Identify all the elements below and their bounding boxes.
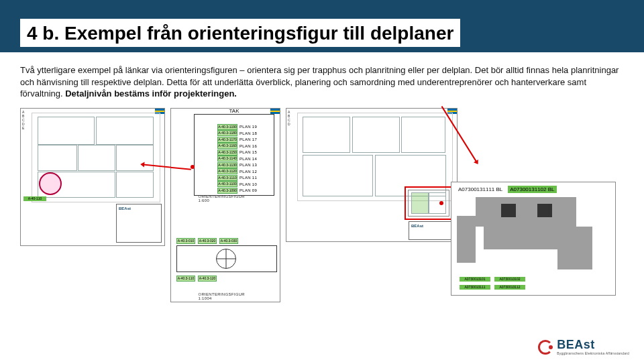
link-tag[interactable]: A-40.3-020 [198,238,217,244]
link-tag[interactable]: A-40.3-110 [176,276,195,282]
panel-orientation-section: TAK A-40.3-1190PLAN 19A-40.3-1180PLAN 18… [170,108,280,302]
delplan-drawing: A0730013101 A0730013102 A0730013111 A073… [457,197,610,290]
link-tag[interactable]: A0730013111 [460,285,490,290]
arrow-origin-dot [191,165,195,169]
titleblock-logo: BEAst [411,224,423,228]
plan-link-row[interactable]: A-40.3-1130PLAN 13 [217,162,264,169]
plan-link-row[interactable]: A-40.3-1140PLAN 14 [217,156,264,162]
plan-link-row[interactable]: A-40.3-1090PLAN 09 [217,188,264,194]
figure-row: ABCDE A-40-110 BEAst TAK A-40.3-1190PLAN [20,108,624,302]
section-outline: TAK A-40.3-1190PLAN 19A-40.3-1180PLAN 18… [194,114,274,196]
plan-link-row[interactable]: A-40.3-1160PLAN 16 [217,143,264,149]
delplan-id-highlight[interactable]: A07300131102 BL [508,186,556,193]
orientation-caption: ORIENTERINGSFIGUR 1:600 [199,194,253,202]
slide-body: Två ytterligare exempel på länkar via or… [0,52,644,302]
delplan-id-left: A07300131111 BL A07300131102 BL [458,186,557,192]
plan-link-row[interactable]: A-40.3-1150PLAN 15 [217,149,264,156]
flag-icon [270,109,280,114]
link-tag[interactable]: A-40.3-120 [198,276,217,282]
plan-link-row[interactable]: A-40.3-1180PLAN 18 [217,130,264,137]
plan-tag-row: A-40.3-010A-40.3-020A-40.3-030 [176,238,238,244]
compass-icon [216,249,236,269]
revision-column: ABCDE [22,110,30,130]
link-tag[interactable]: A0730013112 [494,285,525,290]
plan-link-row[interactable]: A-40.3-1170PLAN 17 [217,137,264,143]
footer-brand: BEAst [557,339,629,351]
footer-tagline: Byggbranschens Elektroniska Affärsstanda… [557,351,629,355]
floorplan-drawing [32,113,160,202]
plan-link-row[interactable]: A-40.3-1100PLAN 10 [217,181,264,188]
mini-plan [176,245,277,272]
plan-link-row[interactable]: A-40.3-1110PLAN 11 [217,175,264,182]
detail-marker-icon [39,172,62,195]
beast-logo-icon [538,340,553,355]
revision-column: ABCD [288,110,296,126]
description-text: Två ytterligare exempel på länkar via or… [20,64,624,100]
plan-link-row[interactable]: A-40.3-1190PLAN 19 [217,124,264,131]
link-tag[interactable]: A0730013102 [494,277,525,282]
slide-title: 4 b. Exempel från orienteringsfigur till… [20,19,460,47]
plan-tag-row-2: A-40.3-110A-40.3-120 [176,276,217,282]
slide-header: 4 b. Exempel från orienteringsfigur till… [0,0,644,52]
description-bold: Detaljnivån bestäms inför projekteringen… [65,88,237,99]
arrow-origin-dot [439,201,443,205]
link-tag[interactable]: A0730013101 [460,277,490,282]
link-tag[interactable]: A-40.3-010 [176,238,195,244]
roof-label: TAK [229,108,239,114]
title-block: BEAst [409,221,454,240]
panel-floorplan-linked: ABCD BEAst [286,108,458,242]
link-tag[interactable]: A-40.3-030 [219,238,238,244]
orientation-caption-2: ORIENTERINGSFIGUR 1:1004 [199,292,253,300]
link-tag[interactable]: A-40-110 [23,196,46,201]
title-block: BEAst [116,204,162,243]
titleblock-logo: BEAst [119,206,131,210]
plan-link-list: A-40.3-1190PLAN 19A-40.3-1180PLAN 18A-40… [217,124,264,194]
footer-logo: BEAst Byggbranschens Elektroniska Affärs… [538,339,629,355]
plan-link-row[interactable]: A-40.3-1120PLAN 12 [217,168,264,175]
keyplan-highlight [405,186,453,220]
panel-delplan-detail: A07300131111 BL A07300131102 BL A0730013… [451,182,616,296]
panel-floorplan-full: ABCDE A-40-110 BEAst [20,108,165,246]
